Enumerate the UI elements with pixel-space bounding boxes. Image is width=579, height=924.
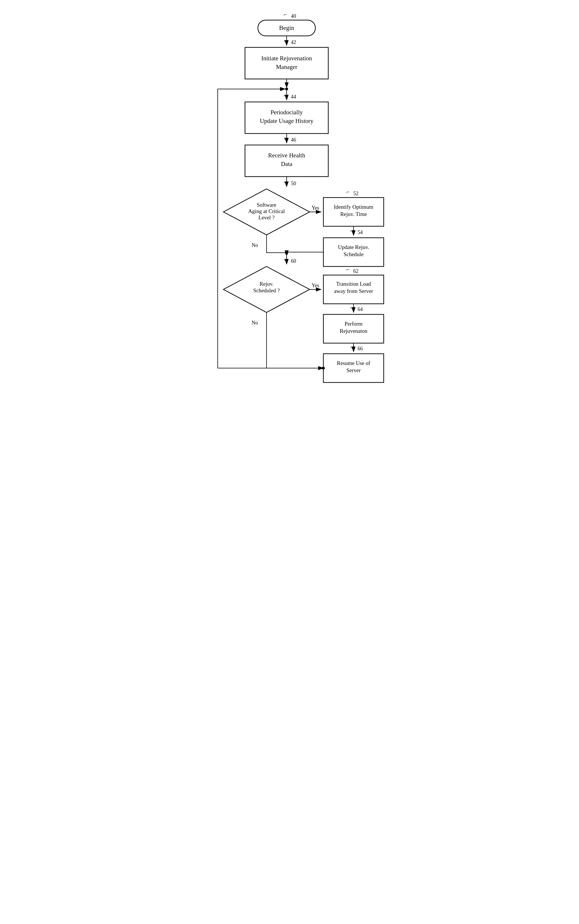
ref-54-bracket: ⌐	[350, 227, 353, 234]
ref-62-label: 62	[353, 268, 358, 274]
update-usage-label-1: Periodocially	[270, 109, 303, 116]
software-aging-label-1: Software	[257, 202, 276, 208]
software-aging-label-2: Aging at Critical	[248, 208, 285, 214]
ref-50-label: 50	[291, 181, 296, 186]
ref-44-bracket: ⌐	[284, 92, 287, 98]
ref-52-bracket: ⌐	[346, 189, 350, 195]
ref-42-label: 42	[291, 39, 296, 45]
update-rejuv-label-1: Update Rejuv.	[338, 244, 369, 250]
receive-health-label-1: Receive Health	[268, 152, 305, 159]
ref-60-label: 60	[291, 258, 296, 264]
ref-46-bracket: ⌐	[284, 135, 287, 141]
ref-50-bracket: ⌐	[284, 179, 287, 185]
ref-62-bracket: ⌐	[346, 266, 350, 273]
ref-46-label: 46	[291, 137, 296, 143]
resume-use-label-2: Server	[346, 367, 361, 373]
flowchart-svg: 40 ⌐ Begin 42 ⌐ Initiate Rejuvenation Ma…	[189, 6, 390, 465]
yes-label-50: Yes	[312, 205, 319, 211]
identify-optimum-label-1: Identify Optimum	[334, 204, 373, 210]
initiate-node	[245, 47, 328, 79]
resume-use-label-1: Resume Use of	[337, 360, 371, 366]
receive-health-label-2: Data	[281, 160, 293, 167]
yes-label-60: Yes	[312, 282, 319, 288]
ref-54-label: 54	[358, 229, 363, 235]
begin-label: Begin	[279, 24, 294, 31]
ref-60-bracket: ⌐	[284, 256, 287, 263]
ref-42-bracket: ⌐	[284, 38, 287, 44]
ref-66-label: 66	[358, 346, 363, 351]
ref-66-bracket: ⌐	[350, 344, 353, 350]
perform-rejuv-label-1: Perform	[345, 321, 362, 327]
ref-52-label: 52	[353, 191, 358, 196]
identify-optimum-label-2: Rejuv. Time	[340, 211, 367, 217]
rejuv-sched-label-1: Rejuv.	[260, 281, 274, 287]
update-rejuv-label-2: Schedule	[343, 251, 364, 257]
rejuv-sched-label-2: Scheduled ?	[254, 287, 280, 294]
join-dot-middle	[285, 252, 288, 255]
flowchart-container: 40 ⌐ Begin 42 ⌐ Initiate Rejuvenation Ma…	[189, 6, 390, 466]
perform-rejuv-label-2: Rejuvenaton	[340, 328, 368, 334]
ref-40-label: 40	[291, 13, 296, 19]
update-usage-label-2: Update Usage History	[260, 118, 314, 124]
transition-load-label-2: away from Server	[334, 288, 373, 294]
software-aging-label-3: Level ?	[258, 214, 275, 220]
ref-64-label: 64	[358, 306, 363, 312]
join-dot-top	[285, 88, 288, 90]
transition-load-label-1: Transition Load	[336, 281, 371, 287]
ref-44-label: 44	[291, 94, 296, 100]
no-label-50: No	[252, 242, 258, 248]
no-label-60: No	[252, 320, 258, 326]
ref-64-bracket: ⌐	[350, 304, 353, 311]
initiate-label-1: Initiate Rejuvenation	[261, 55, 312, 62]
initiate-label-2: Manager	[276, 64, 298, 70]
ref-40-bracket: ⌐	[284, 11, 287, 18]
